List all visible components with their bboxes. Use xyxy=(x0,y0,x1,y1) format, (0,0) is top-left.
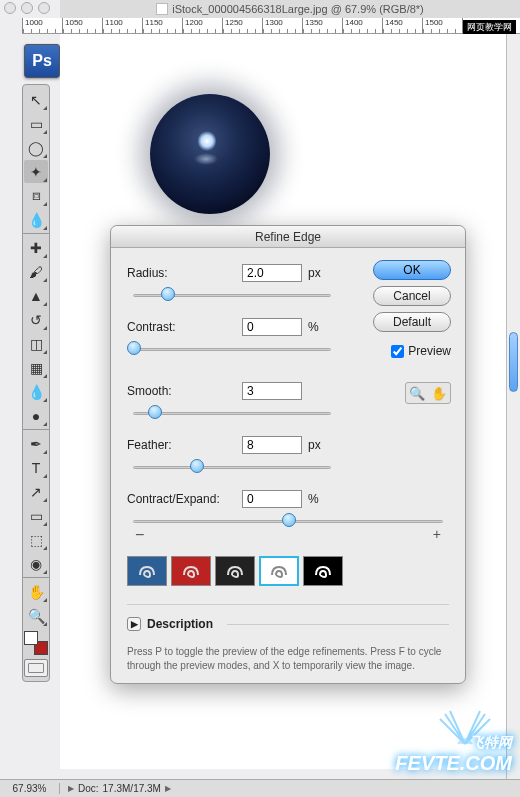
watermark-top: 网页教学网 xyxy=(463,20,516,35)
ruler-tick: 1450 xyxy=(382,18,422,33)
mode-black[interactable] xyxy=(171,556,211,586)
contract-unit: % xyxy=(308,492,328,506)
crop-tool[interactable]: ⧈ xyxy=(24,184,48,207)
ruler-tick: 1150 xyxy=(142,18,182,33)
minimize-window-button[interactable] xyxy=(21,2,33,14)
radius-input[interactable] xyxy=(242,264,302,282)
plus-icon: + xyxy=(433,526,441,542)
minus-icon: − xyxy=(135,526,144,544)
cancel-button[interactable]: Cancel xyxy=(373,286,451,306)
eraser-tool[interactable]: ◫ xyxy=(24,332,48,355)
preview-checkbox[interactable] xyxy=(391,345,404,358)
gradient-tool[interactable]: ▦ xyxy=(24,356,48,379)
description-text: Press P to toggle the preview of the edg… xyxy=(127,645,449,673)
blur-tool[interactable]: 💧 xyxy=(24,380,48,403)
doc-label: Doc: xyxy=(78,783,99,794)
smooth-input[interactable] xyxy=(242,382,302,400)
zoom-preview-icon[interactable]: 🔍 xyxy=(407,384,427,402)
contrast-input[interactable] xyxy=(242,318,302,336)
radius-unit: px xyxy=(308,266,328,280)
ruler-tick: 1100 xyxy=(102,18,142,33)
mode-white[interactable] xyxy=(215,556,255,586)
contrast-label: Contrast: xyxy=(127,320,242,334)
sphere-image xyxy=(150,94,270,214)
path-tool[interactable]: ↗ xyxy=(24,480,48,503)
contract-input[interactable] xyxy=(242,490,302,508)
window-controls xyxy=(4,2,50,14)
contrast-unit: % xyxy=(308,320,328,334)
color-swatches[interactable] xyxy=(24,631,48,655)
status-menu-icon[interactable]: ▶ xyxy=(165,784,171,793)
pen-tool[interactable]: ✒ xyxy=(24,432,48,455)
feather-slider[interactable] xyxy=(127,458,337,476)
dodge-tool[interactable]: ● xyxy=(24,404,48,427)
photoshop-app-icon[interactable]: Ps xyxy=(24,44,60,78)
feather-label: Feather: xyxy=(127,438,242,452)
ruler-tick: 1500 xyxy=(422,18,462,33)
radius-slider[interactable] xyxy=(127,286,337,304)
stamp-tool[interactable]: ▲ xyxy=(24,284,48,307)
lasso-tool[interactable]: ◯ xyxy=(24,136,48,159)
doc-size: 17.3M/17.3M xyxy=(103,783,161,794)
move-tool[interactable]: ↖ xyxy=(24,88,48,111)
horizontal-ruler: 1000105011001150120012501300135014001450… xyxy=(22,18,520,34)
smooth-label: Smooth: xyxy=(127,384,242,398)
ruler-tick: 1250 xyxy=(222,18,262,33)
brush-tool[interactable]: 🖌 xyxy=(24,260,48,283)
preview-modes xyxy=(127,556,449,586)
smooth-slider[interactable] xyxy=(127,404,337,422)
vertical-scroll-thumb[interactable] xyxy=(509,332,518,392)
eyedropper-tool[interactable]: 💧 xyxy=(24,208,48,231)
contrast-slider[interactable] xyxy=(127,340,337,358)
quickmask-toggle[interactable] xyxy=(24,659,48,677)
description-toggle[interactable]: ▶ Description xyxy=(127,617,449,631)
hand-tool[interactable]: ✋ xyxy=(24,580,48,603)
document-title: iStock_000004566318Large.jpg @ 67.9% (RG… xyxy=(172,3,424,15)
document-icon xyxy=(156,3,168,15)
foreground-swatch[interactable] xyxy=(24,631,38,645)
description-label: Description xyxy=(147,617,213,631)
dialog-title: Refine Edge xyxy=(111,226,465,248)
ruler-tick: 1050 xyxy=(62,18,102,33)
ruler-tick: 1350 xyxy=(302,18,342,33)
contract-label: Contract/Expand: xyxy=(127,492,242,506)
3d-tool[interactable]: ⬚ xyxy=(24,528,48,551)
shape-tool[interactable]: ▭ xyxy=(24,504,48,527)
status-bar: 67.93% ▶ Doc: 17.3M/17.3M ▶ xyxy=(0,779,520,797)
3d-camera-tool[interactable]: ◉ xyxy=(24,552,48,575)
hand-preview-icon[interactable]: ✋ xyxy=(429,384,449,402)
preview-label: Preview xyxy=(408,344,451,358)
zoom-tool[interactable]: 🔍 xyxy=(24,604,48,627)
default-button[interactable]: Default xyxy=(373,312,451,332)
zoom-level[interactable]: 67.93% xyxy=(0,783,60,794)
mode-mask[interactable] xyxy=(259,556,299,586)
preview-checkbox-row[interactable]: Preview xyxy=(391,344,451,358)
wand-tool[interactable]: ✦ xyxy=(24,160,48,183)
history-brush-tool[interactable]: ↺ xyxy=(24,308,48,331)
zoom-window-button[interactable] xyxy=(38,2,50,14)
document-titlebar: iStock_000004566318Large.jpg @ 67.9% (RG… xyxy=(60,0,520,18)
vertical-scrollbar[interactable] xyxy=(506,34,520,779)
ok-button[interactable]: OK xyxy=(373,260,451,280)
feather-input[interactable] xyxy=(242,436,302,454)
close-window-button[interactable] xyxy=(4,2,16,14)
feather-unit: px xyxy=(308,438,328,452)
ruler-tick: 1300 xyxy=(262,18,302,33)
contract-slider[interactable]: − + xyxy=(127,512,449,542)
healing-tool[interactable]: ✚ xyxy=(24,236,48,259)
type-tool[interactable]: T xyxy=(24,456,48,479)
radius-label: Radius: xyxy=(127,266,242,280)
ruler-tick: 1400 xyxy=(342,18,382,33)
status-arrow-icon[interactable]: ▶ xyxy=(68,784,74,793)
description-arrow-icon: ▶ xyxy=(127,617,141,631)
ruler-tick: 1000 xyxy=(22,18,62,33)
ruler-tick: 1200 xyxy=(182,18,222,33)
preview-tools: 🔍 ✋ xyxy=(405,382,451,404)
tools-panel: ↖▭◯✦⧈💧✚🖌▲↺◫▦💧●✒T↗▭⬚◉✋🔍 xyxy=(22,84,50,682)
marquee-tool[interactable]: ▭ xyxy=(24,112,48,135)
mode-standard[interactable] xyxy=(127,556,167,586)
mode-reveal[interactable] xyxy=(303,556,343,586)
refine-edge-dialog: Refine Edge OK Cancel Default Preview 🔍 … xyxy=(110,225,466,684)
